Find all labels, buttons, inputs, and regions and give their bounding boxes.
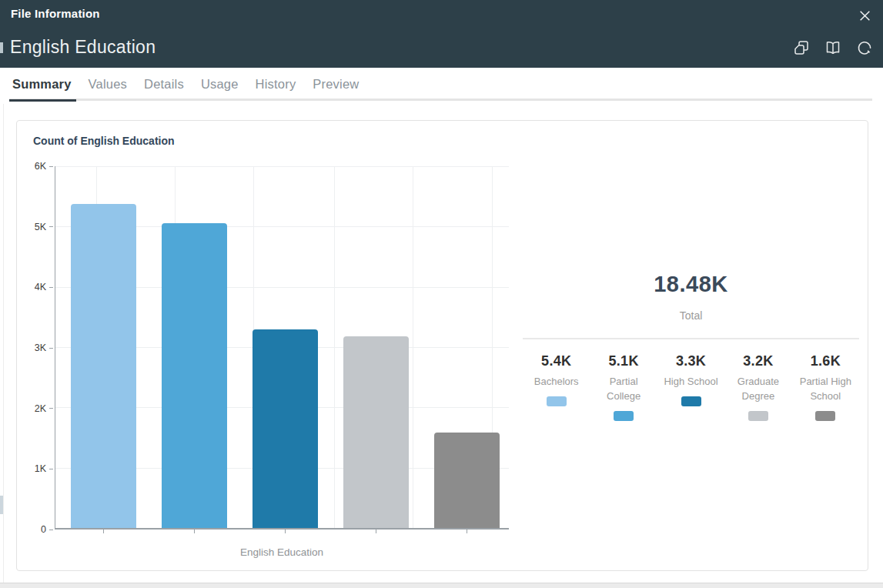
vertical-gridline [413, 166, 413, 528]
tab-usage[interactable]: Usage [201, 74, 239, 99]
horizontal-gridline [55, 166, 509, 167]
y-axis-labels: 6K5K4K3K2K1K0 [17, 166, 53, 530]
y-tick-mark [49, 530, 53, 530]
x-tick-mark [103, 530, 104, 533]
y-tick-6k: 6K [35, 161, 53, 172]
tab-history[interactable]: History [256, 74, 296, 99]
legend-label: Bachelors [525, 375, 587, 389]
x-tick-mark [376, 530, 376, 533]
bar-graduate-degree[interactable] [343, 336, 409, 528]
legend-swatch [815, 411, 835, 421]
legend-value: 5.1K [592, 353, 654, 369]
y-tick-mark [49, 348, 53, 349]
tab-summary[interactable]: Summary [12, 74, 72, 99]
legend-value: 3.3K [660, 353, 722, 369]
legend-item-bachelors: 5.4KBachelors [523, 353, 590, 421]
y-tick-3k: 3K [35, 342, 53, 353]
x-axis-title: English Education [55, 546, 509, 558]
refresh-icon [856, 39, 873, 56]
y-tick-1k: 1K [35, 463, 53, 474]
close-button[interactable] [855, 6, 874, 25]
y-tick-mark [49, 226, 53, 227]
duplicate-page-icon [793, 39, 810, 56]
tab-preview[interactable]: Preview [313, 74, 359, 99]
legend-label: Partial High School [794, 375, 857, 404]
legend-swatch [681, 396, 701, 406]
legend-swatch [748, 411, 768, 421]
y-tick-label: 5K [35, 222, 46, 232]
underlay-scrollbar-notch [0, 42, 3, 53]
bar-partial-college[interactable] [162, 223, 227, 528]
x-tick-mark [194, 530, 195, 533]
bar-high-school[interactable] [253, 329, 318, 528]
chart-title: Count of English Education [33, 135, 175, 147]
y-tick-label: 6K [35, 161, 46, 172]
total-value: 18.48K [523, 272, 859, 297]
tabbar-wrap: SummaryValuesDetailsUsageHistoryPreview [0, 68, 883, 104]
underlay-edge-line [3, 104, 4, 583]
dialog-titlebar: File Information English Education [0, 0, 883, 68]
legend-item-partial-high-school: 1.6KPartial High School [792, 353, 859, 421]
refresh-button[interactable] [855, 38, 874, 57]
header-actions [792, 38, 874, 57]
bar-bachelors[interactable] [71, 204, 136, 528]
legend-swatch [547, 396, 567, 406]
summary-card: Count of English Education 6K5K4K3K2K1K0… [16, 120, 868, 571]
dialog-title: File Information [11, 7, 100, 20]
vertical-gridline [334, 166, 335, 528]
panel-divider [523, 338, 859, 339]
y-tick-label: 0 [41, 524, 46, 535]
y-tick-mark [49, 287, 53, 288]
legend-label: High School [660, 375, 722, 389]
legend-swatch [614, 411, 634, 421]
legend-value: 1.6K [794, 353, 857, 369]
tab-values[interactable]: Values [89, 74, 127, 99]
tab-details[interactable]: Details [144, 74, 184, 99]
y-tick-mark [49, 166, 53, 167]
open-book-button[interactable] [824, 38, 842, 57]
total-label: Total [523, 309, 859, 322]
y-tick-label: 2K [35, 403, 46, 414]
x-tick-mark [467, 530, 467, 533]
y-tick-mark [49, 408, 53, 409]
x-tick-mark [285, 530, 286, 533]
file-name-title: English Education [10, 37, 156, 58]
legend-item-partial-college: 5.1KPartial College [590, 353, 657, 421]
y-tick-2k: 2K [35, 403, 53, 414]
legend-item-graduate-degree: 3.2KGraduate Degree [724, 353, 791, 421]
bar-chart-plot [55, 166, 509, 530]
y-tick-label: 3K [35, 342, 46, 353]
legend-item-high-school: 3.3KHigh School [657, 353, 724, 421]
y-tick-mark [49, 469, 53, 469]
y-tick-label: 4K [35, 282, 46, 292]
legend-value: 5.4K [525, 353, 587, 369]
legend-label: Graduate Degree [727, 375, 789, 404]
legend-label: Partial College [592, 375, 654, 404]
y-tick-label: 1K [35, 463, 46, 474]
y-tick-5k: 5K [35, 222, 53, 232]
y-tick-4k: 4K [35, 282, 53, 292]
close-icon [858, 9, 871, 22]
file-information-dialog: File Information English Education [0, 0, 883, 588]
legend-value: 3.2K [727, 353, 789, 369]
page-footer-band [0, 583, 883, 588]
y-tick-0: 0 [41, 524, 53, 535]
legend: 5.4KBachelors5.1KPartial College3.3KHigh… [523, 353, 859, 421]
bar-partial-high-school[interactable] [434, 433, 500, 528]
duplicate-page-button[interactable] [792, 38, 811, 57]
tab-bar: SummaryValuesDetailsUsageHistoryPreview [12, 74, 359, 99]
open-book-icon [824, 39, 841, 56]
underlay-scrollbar-thumb [0, 496, 3, 514]
